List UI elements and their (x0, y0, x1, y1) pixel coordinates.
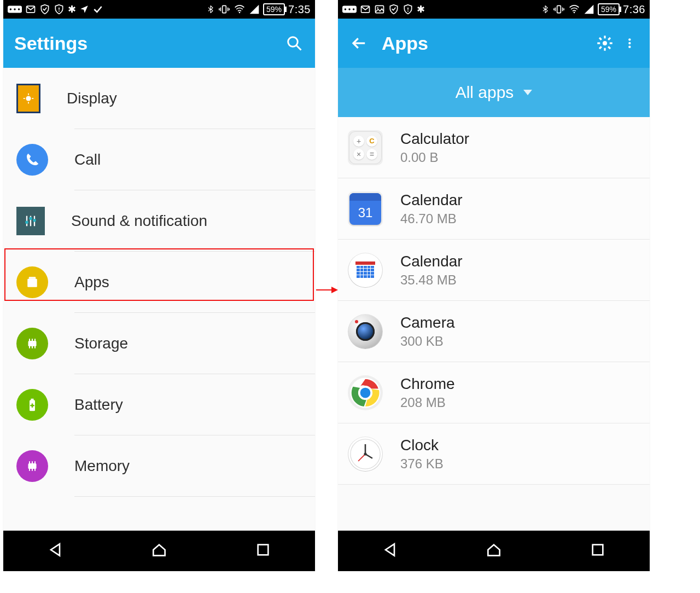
gmail-icon (25, 4, 36, 15)
app-row-calendar[interactable]: Calendar 35.48 MB (338, 240, 650, 301)
nav-back[interactable] (46, 541, 64, 561)
app-row-chrome[interactable]: Chrome 208 MB (338, 362, 650, 423)
svg-rect-36 (31, 399, 34, 401)
settings-item-icon (16, 266, 48, 298)
apps-filter-dropdown[interactable]: All apps (338, 68, 650, 117)
app-size: 376 KB (400, 456, 444, 472)
app-icon (348, 375, 383, 410)
svg-point-73 (628, 42, 631, 44)
nav-recent[interactable] (589, 541, 606, 561)
svg-rect-26 (27, 279, 37, 287)
app-name: Camera (400, 314, 455, 332)
app-size: 46.70 MB (400, 211, 463, 226)
apps-filter-label: All apps (456, 83, 514, 102)
shield-alert-icon (54, 4, 65, 15)
settings-list: Display Call Sound & notification Apps S… (3, 68, 315, 531)
settings-item-icon (16, 144, 48, 176)
battery-level: 59% (598, 3, 620, 15)
settings-item-memory[interactable]: Memory (3, 435, 315, 497)
bluetooth-icon (541, 4, 550, 15)
app-size: 0.00 B (400, 150, 469, 165)
svg-rect-28 (28, 341, 37, 346)
status-clock: 7:35 (288, 3, 311, 16)
app-row-camera[interactable]: Camera 300 KB (338, 301, 650, 362)
apps-screen: ✱ 59% 7:36 Apps (338, 0, 650, 571)
svg-rect-27 (29, 277, 36, 280)
shield-alert-icon (402, 4, 413, 15)
app-row-calendar[interactable]: 31 Calendar 46.70 MB (338, 178, 650, 240)
app-name: Calculator (400, 130, 469, 148)
app-size: 35.48 MB (400, 272, 463, 288)
settings-item-battery[interactable]: Battery (3, 374, 315, 435)
settings-item-display[interactable]: Display (3, 68, 315, 129)
svg-rect-39 (28, 463, 37, 469)
svg-point-23 (25, 221, 28, 224)
nav-recent[interactable] (254, 541, 272, 561)
svg-point-6 (59, 10, 60, 11)
status-bar: ✱ 59% 7:35 (3, 0, 315, 19)
settings-item-icon (16, 450, 48, 482)
overflow-menu-button[interactable] (628, 33, 639, 53)
svg-point-24 (29, 217, 32, 220)
svg-point-48 (345, 8, 346, 10)
page-title: Apps (382, 33, 582, 54)
more-notifications-icon (342, 5, 357, 13)
cell-signal-icon (249, 4, 260, 15)
cell-signal-icon (584, 4, 594, 15)
settings-screen: ✱ 59% 7:35 Settings (3, 0, 315, 571)
svg-point-53 (377, 7, 378, 9)
svg-point-1 (10, 8, 11, 10)
shield-check-icon (39, 4, 50, 15)
svg-rect-7 (223, 5, 226, 13)
wifi-icon (234, 4, 246, 15)
settings-item-storage[interactable]: Storage (3, 313, 315, 374)
settings-appbar: Settings (3, 19, 315, 68)
wifi-icon (568, 4, 580, 15)
shield-check-icon (388, 4, 399, 15)
app-row-clock[interactable]: Clock 376 KB (338, 423, 650, 485)
page-title: Settings (14, 33, 271, 54)
svg-point-2 (14, 8, 15, 10)
bluetooth-icon (206, 4, 215, 15)
settings-item-icon (16, 389, 48, 421)
app-name: Clock (400, 437, 444, 454)
svg-point-12 (239, 12, 241, 14)
settings-item-sound-notification[interactable]: Sound & notification (3, 190, 315, 252)
nav-back[interactable] (381, 541, 399, 561)
svg-line-70 (599, 46, 602, 49)
asterisk-icon: ✱ (68, 3, 76, 15)
app-icon (348, 253, 383, 288)
svg-line-14 (296, 45, 301, 50)
nav-bar (338, 531, 650, 571)
settings-item-label: Sound & notification (71, 212, 207, 230)
back-button[interactable] (349, 33, 369, 53)
settings-item-apps[interactable]: Apps (3, 252, 315, 313)
svg-point-49 (348, 8, 350, 10)
settings-item-icon (16, 328, 48, 359)
nav-bar (3, 531, 315, 571)
svg-rect-56 (557, 5, 561, 13)
status-bar: ✱ 59% 7:36 (338, 0, 650, 19)
settings-gear-button[interactable] (595, 33, 615, 53)
nav-home[interactable] (485, 541, 503, 561)
svg-line-69 (608, 46, 610, 49)
nav-home[interactable] (150, 541, 168, 561)
transition-arrow (316, 284, 338, 295)
vibrate-icon (553, 4, 565, 15)
svg-point-72 (628, 38, 631, 40)
settings-item-label: Display (67, 90, 117, 107)
settings-item-icon (16, 84, 40, 113)
apps-list: + C × = Calculator 0.00 B 31 Calendar 46… (338, 117, 650, 531)
search-button[interactable] (284, 33, 304, 53)
settings-item-label: Call (74, 151, 101, 168)
location-icon (79, 4, 89, 14)
app-row-calculator[interactable]: + C × = Calculator 0.00 B (338, 117, 650, 178)
dropdown-icon (523, 90, 532, 95)
settings-item-label: Battery (74, 396, 123, 414)
app-icon: + C × = (348, 130, 383, 165)
app-size: 300 KB (400, 334, 455, 349)
settings-item-call[interactable]: Call (3, 129, 315, 190)
svg-point-50 (353, 8, 354, 10)
app-icon (348, 314, 383, 349)
app-size: 208 MB (400, 395, 455, 410)
